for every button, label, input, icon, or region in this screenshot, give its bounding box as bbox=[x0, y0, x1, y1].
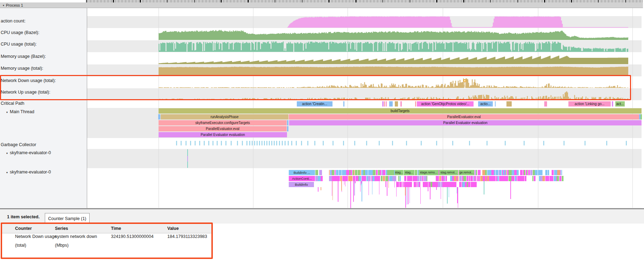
trace-event-sliver[interactable] bbox=[514, 170, 517, 175]
trace-event-sliver[interactable] bbox=[534, 176, 536, 181]
trace-event-sliver[interactable] bbox=[442, 182, 446, 187]
trace-event-stalk[interactable] bbox=[362, 181, 362, 201]
gc-event-tick[interactable] bbox=[254, 141, 255, 145]
skyframe2-labeled-event[interactable]: ActionConti... bbox=[289, 176, 315, 181]
trace-event-sliver[interactable] bbox=[417, 176, 419, 181]
flame-event[interactable] bbox=[287, 126, 288, 131]
trace-event-sliver[interactable] bbox=[446, 182, 448, 187]
gc-event-tick[interactable] bbox=[225, 141, 226, 145]
trace-event-sliver[interactable] bbox=[462, 182, 465, 187]
trace-event-sliver[interactable] bbox=[550, 176, 552, 181]
critical-path-event[interactable] bbox=[506, 101, 512, 107]
gc-event-tick[interactable] bbox=[246, 141, 247, 145]
trace-event-sliver[interactable] bbox=[359, 176, 361, 181]
trace-event-sliver[interactable] bbox=[562, 176, 564, 181]
gc-event-tick[interactable] bbox=[190, 141, 191, 145]
critical-path-event[interactable] bbox=[386, 101, 387, 107]
track-label-garbage-collector[interactable]: Garbage Collector bbox=[1, 142, 36, 147]
gc-event-tick[interactable] bbox=[626, 141, 627, 145]
trace-event-sliver[interactable] bbox=[454, 182, 456, 187]
gc-event-tick[interactable] bbox=[276, 141, 277, 145]
trace-event-stalk[interactable] bbox=[379, 181, 380, 194]
trace-event-stalk[interactable] bbox=[394, 181, 395, 187]
gc-event-tick[interactable] bbox=[269, 141, 270, 145]
flame-event[interactable]: Parallel Evaluator evaluation bbox=[159, 132, 287, 137]
trace-event-sliver[interactable] bbox=[471, 182, 474, 187]
trace-event-sliver[interactable] bbox=[512, 170, 514, 175]
trace-event-sliver[interactable] bbox=[491, 170, 494, 175]
trace-event-stalk[interactable] bbox=[407, 187, 407, 205]
trace-event-sliver[interactable] bbox=[459, 182, 461, 187]
gc-event-tick[interactable] bbox=[452, 141, 453, 145]
trace-event-sliver[interactable] bbox=[388, 176, 389, 181]
trace-event-sliver[interactable] bbox=[395, 176, 396, 181]
trace-event-sliver[interactable] bbox=[333, 176, 336, 181]
trace-event-sliver[interactable] bbox=[476, 170, 477, 175]
trace-event-sliver[interactable] bbox=[365, 170, 368, 175]
critical-path-event[interactable] bbox=[389, 101, 393, 107]
gc-event-tick[interactable] bbox=[421, 141, 422, 145]
gc-event-tick[interactable] bbox=[204, 141, 205, 145]
trace-event-sliver[interactable] bbox=[459, 176, 462, 181]
trace-event-sliver[interactable] bbox=[469, 176, 470, 181]
skyframe2-labeled-event[interactable]: BuildInfo ... bbox=[289, 170, 315, 175]
skyframe2-staging-event[interactable]: stage.remo... bbox=[419, 170, 439, 175]
trace-event-stalk[interactable] bbox=[354, 181, 355, 196]
trace-event-stalk[interactable] bbox=[430, 187, 430, 199]
gc-event-tick[interactable] bbox=[564, 141, 565, 145]
trace-event-sliver[interactable] bbox=[383, 170, 385, 175]
trace-event-sliver[interactable] bbox=[511, 176, 514, 181]
trace-event-sliver[interactable] bbox=[438, 182, 441, 187]
trace-event-sliver[interactable] bbox=[487, 170, 490, 175]
critical-path-event[interactable]: act... bbox=[615, 101, 625, 107]
trace-event-sliver[interactable] bbox=[368, 176, 371, 181]
track-label-cpu-bazel[interactable]: CPU usage (Bazel): bbox=[1, 30, 39, 35]
trace-event-sliver[interactable] bbox=[390, 170, 393, 175]
gc-event-tick[interactable] bbox=[217, 141, 218, 145]
gc-event-tick[interactable] bbox=[307, 141, 308, 145]
skyframe2-staging-event[interactable]: stag.remot... bbox=[439, 170, 458, 175]
gc-event-tick[interactable] bbox=[252, 141, 253, 145]
trace-event-sliver[interactable] bbox=[368, 170, 371, 175]
trace-event-sliver[interactable] bbox=[389, 176, 392, 181]
gc-event-tick[interactable] bbox=[221, 141, 222, 145]
trace-event-sliver[interactable] bbox=[318, 176, 321, 181]
track-label-main-thread[interactable]: ▾Main Thread bbox=[1, 109, 34, 114]
trace-event-sliver[interactable] bbox=[319, 170, 322, 175]
critical-path-event[interactable] bbox=[415, 101, 416, 107]
trace-event-sliver[interactable] bbox=[385, 176, 388, 181]
trace-event-sliver[interactable] bbox=[444, 176, 445, 181]
trace-event-sliver[interactable] bbox=[507, 176, 508, 181]
trace-event-sliver[interactable] bbox=[353, 176, 355, 181]
trace-event-sliver[interactable] bbox=[560, 170, 561, 175]
gc-event-tick[interactable] bbox=[199, 141, 200, 145]
trace-event-sliver[interactable] bbox=[340, 176, 342, 181]
collapse-arrow-icon[interactable]: ▾ bbox=[4, 171, 10, 174]
trace-event-sliver[interactable] bbox=[402, 182, 404, 187]
trace-event-sliver[interactable] bbox=[502, 176, 504, 181]
trace-event-sliver[interactable] bbox=[467, 176, 469, 181]
trace-event-sliver[interactable] bbox=[438, 176, 439, 181]
flame-event[interactable]: skyframeExecutor.configureTargets bbox=[159, 120, 287, 125]
trace-event-stalk[interactable] bbox=[457, 187, 457, 193]
gc-event-tick[interactable] bbox=[366, 141, 367, 145]
trace-event-sliver[interactable] bbox=[400, 176, 401, 181]
trace-event-sliver[interactable] bbox=[416, 182, 418, 187]
trace-event-sliver[interactable] bbox=[545, 170, 548, 175]
critical-path-event[interactable]: action 'Creatin... bbox=[297, 101, 332, 107]
trace-event-sliver[interactable] bbox=[474, 182, 476, 187]
trace-event-stalk[interactable] bbox=[457, 187, 458, 203]
trace-event-sliver[interactable] bbox=[399, 182, 402, 187]
trace-event-sliver[interactable] bbox=[478, 176, 480, 181]
trace-event-sliver[interactable] bbox=[336, 170, 338, 175]
trace-event-stalk[interactable] bbox=[388, 181, 389, 188]
critical-path-event[interactable]: actio... bbox=[478, 101, 493, 107]
trace-event-sliver[interactable] bbox=[316, 170, 318, 175]
trace-event-sliver[interactable] bbox=[509, 176, 512, 181]
gc-event-tick[interactable] bbox=[288, 141, 289, 145]
gc-event-tick[interactable] bbox=[606, 141, 607, 145]
overview-minimap[interactable] bbox=[0, 0, 644, 2]
counter-chart-memory-usage-total-[interactable] bbox=[159, 67, 628, 76]
trace-event-sliver[interactable] bbox=[424, 182, 427, 187]
trace-event-stalk[interactable] bbox=[405, 187, 406, 208]
